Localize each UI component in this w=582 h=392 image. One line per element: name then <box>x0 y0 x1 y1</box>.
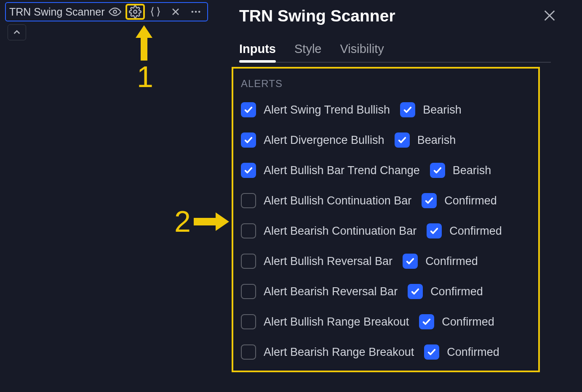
indicator-chip: TRN Swing Scanner <box>5 2 208 21</box>
checkbox-primary[interactable] <box>241 344 256 360</box>
settings-icon[interactable] <box>125 4 145 20</box>
tab-style[interactable]: Style <box>294 42 321 56</box>
tab-inputs[interactable]: Inputs <box>239 42 276 56</box>
alert-label-secondary: Confirmed <box>430 285 483 298</box>
checkbox-secondary[interactable] <box>430 163 445 178</box>
svg-marker-7 <box>136 25 152 61</box>
alert-label-primary: Alert Bullish Reversal Bar <box>264 255 392 268</box>
close-icon[interactable] <box>542 8 557 23</box>
svg-point-0 <box>114 10 117 13</box>
checkbox-secondary[interactable] <box>419 314 434 329</box>
alert-label-primary: Alert Bearish Reversal Bar <box>264 285 398 298</box>
alert-row: Alert Bullish Reversal BarConfirmed <box>241 254 531 269</box>
alert-label-secondary: Confirmed <box>425 255 478 268</box>
alert-label-primary: Alert Bearish Continuation Bar <box>264 225 416 238</box>
checkbox-secondary[interactable] <box>403 254 418 269</box>
alert-label-secondary: Confirmed <box>444 194 497 207</box>
alert-label-primary: Alert Bullish Bar Trend Change <box>264 164 420 177</box>
panel-title: TRN Swing Scanner <box>239 7 582 25</box>
alert-row: Alert Swing Trend BullishBearish <box>241 102 531 117</box>
svg-point-4 <box>192 11 194 13</box>
annotation-number-1: 1 <box>137 60 153 94</box>
alert-row: Alert Bullish Continuation BarConfirmed <box>241 193 531 208</box>
settings-panel: TRN Swing Scanner Inputs Style Visibilit… <box>234 0 582 392</box>
checkbox-primary[interactable] <box>241 102 256 117</box>
checkbox-primary[interactable] <box>241 163 256 178</box>
tab-visibility[interactable]: Visibility <box>340 42 384 56</box>
alert-row: Alert Bearish Range BreakoutConfirmed <box>241 344 531 360</box>
checkbox-primary[interactable] <box>241 193 256 208</box>
tabs: Inputs Style Visibility <box>239 42 551 63</box>
alert-row: Alert Bearish Continuation BarConfirmed <box>241 223 531 238</box>
more-icon[interactable] <box>186 4 206 20</box>
checkbox-secondary[interactable] <box>422 193 437 208</box>
svg-point-6 <box>198 11 200 13</box>
source-code-icon[interactable] <box>146 4 165 20</box>
checkbox-secondary[interactable] <box>400 102 415 117</box>
indicator-title: TRN Swing Scanner <box>9 6 104 18</box>
collapse-button[interactable] <box>8 24 26 40</box>
checkbox-secondary[interactable] <box>395 132 410 148</box>
annotation-arrow-1 <box>136 25 152 61</box>
checkbox-secondary[interactable] <box>424 344 439 360</box>
alert-label-secondary: Bearish <box>423 103 462 117</box>
alert-row: Alert Bullish Range BreakoutConfirmed <box>241 314 531 329</box>
alerts-section: ALERTS Alert Swing Trend BullishBearishA… <box>232 67 540 372</box>
checkbox-secondary[interactable] <box>427 223 442 238</box>
section-header: ALERTS <box>241 78 531 90</box>
alert-label-secondary: Confirmed <box>447 346 499 359</box>
checkbox-primary[interactable] <box>241 223 256 238</box>
svg-point-1 <box>134 10 137 13</box>
annotation-number-2: 2 <box>174 205 191 238</box>
alert-label-primary: Alert Bullish Continuation Bar <box>264 194 411 207</box>
checkbox-primary[interactable] <box>241 132 256 148</box>
alert-row: Alert Bearish Reversal BarConfirmed <box>241 284 531 299</box>
alert-label-secondary: Confirmed <box>449 225 502 238</box>
alert-label-primary: Alert Bullish Range Breakout <box>264 315 409 328</box>
checkbox-primary[interactable] <box>241 254 256 269</box>
alert-row: Alert Bullish Bar Trend ChangeBearish <box>241 163 531 178</box>
alert-label-secondary: Bearish <box>453 164 491 177</box>
remove-icon[interactable] <box>166 4 185 20</box>
svg-point-5 <box>195 11 197 13</box>
alert-row: Alert Divergence BullishBearish <box>241 132 531 148</box>
alert-label-primary: Alert Swing Trend Bullish <box>264 103 390 117</box>
alert-label-secondary: Confirmed <box>442 315 494 328</box>
checkbox-primary[interactable] <box>241 314 256 329</box>
checkbox-secondary[interactable] <box>408 284 423 299</box>
alert-label-secondary: Bearish <box>417 134 456 147</box>
checkbox-primary[interactable] <box>241 284 256 299</box>
svg-marker-8 <box>194 212 229 231</box>
annotation-arrow-2 <box>194 212 229 231</box>
alert-label-primary: Alert Divergence Bullish <box>264 134 384 147</box>
visibility-icon[interactable] <box>105 4 125 20</box>
alert-label-primary: Alert Bearish Range Breakout <box>264 346 414 359</box>
